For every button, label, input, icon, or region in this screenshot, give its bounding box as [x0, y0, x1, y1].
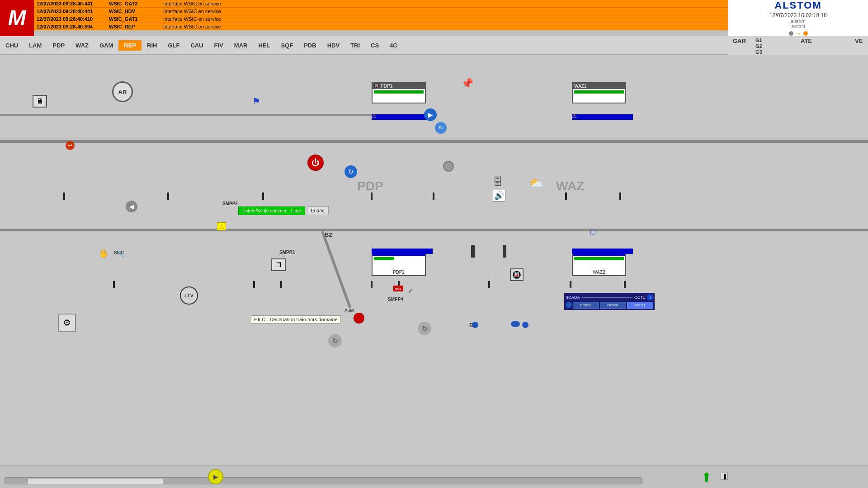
alert-msg-4: Interface WSIC en service	[163, 24, 725, 29]
station-rih[interactable]: RIH	[142, 40, 162, 51]
info-btn[interactable]: i	[647, 294, 653, 300]
track-segment-top1	[0, 114, 371, 116]
pin-vertical-2	[503, 245, 506, 258]
checkmark-icon: ✓	[408, 286, 414, 295]
station-cs[interactable]: CS	[365, 40, 384, 51]
smpp4-label: SMPP4	[388, 297, 403, 302]
right-indicator: ◲	[590, 228, 596, 235]
train-pdp2-body	[373, 256, 425, 269]
scroll-btn-right[interactable]: ▐	[721, 473, 728, 480]
play-pdp-btn[interactable]: ▶	[424, 108, 437, 121]
alert-time-2: 12/07/2023 09:28:40:441	[37, 9, 109, 14]
computer-smpp3: 🖥	[271, 258, 286, 271]
train-pdp1-bar	[374, 90, 424, 94]
g3-label[interactable]: G3	[755, 49, 762, 55]
bottom-bar: ▶ ⬆ ▐	[0, 465, 868, 488]
station-lam[interactable]: LAM	[24, 40, 47, 51]
play-button[interactable]: ▶	[208, 469, 223, 484]
warn-pdp1: ⚠	[372, 113, 377, 119]
red-indicator: ↩	[66, 141, 75, 150]
scrollbar-thumb[interactable]	[28, 478, 163, 484]
station-cau[interactable]: CAU	[185, 40, 208, 51]
station-rep[interactable]: REP	[118, 40, 142, 51]
ar-circle[interactable]: AR	[112, 81, 133, 102]
station-4c[interactable]: 4C	[384, 40, 403, 51]
alert-row-4: 12/07/2023 09:28:40:394 WSIC_REP Interfa…	[34, 23, 728, 30]
alert-time-3: 12/07/2023 09:28:40:410	[37, 16, 109, 22]
power-button[interactable]: ⏻	[307, 155, 324, 171]
blue-dot-3	[522, 322, 528, 328]
train-icon-waz2: 🚇	[510, 268, 524, 281]
aum-circle	[354, 313, 364, 324]
station-nav-bar: CHU LAM PDP WAZ GAM REP RIH GLF CAU FIV …	[0, 36, 728, 55]
left-arrow-btn[interactable]: ◀	[126, 201, 137, 212]
dot-orange	[803, 31, 808, 36]
sound-icon: 🔊	[493, 190, 505, 202]
main-canvas: AR 🖥 ⚑ 📌 🚇 PDP1 WAZ1 ⚠ ⚠ ▶ ↻ PDP WAZ	[0, 55, 868, 465]
entry-button[interactable]: Entrée	[307, 206, 328, 215]
alert-msg-3: Interface WSIC en service	[163, 16, 725, 22]
station-pdb[interactable]: PDB	[298, 40, 321, 51]
alstom-panel: ALSTOM 12/07/2023 10:02:18:18 alstom a·s…	[728, 0, 868, 36]
scada-ocf61[interactable]: OCF61	[600, 302, 626, 309]
rotate-btn-bottom[interactable]: ↻	[328, 334, 342, 347]
ate-label[interactable]: ATE	[801, 38, 812, 44]
pdp-label: PDP	[357, 179, 383, 193]
hilc-label: HILC - Déclaration train hors domaine	[251, 315, 341, 324]
station-waz[interactable]: WAZ	[70, 40, 94, 51]
station-pdp[interactable]: PDP	[47, 40, 70, 51]
g1-label[interactable]: G1	[755, 38, 762, 43]
alert-msg-1: Interface WSIC en service	[163, 1, 725, 6]
station-sqf[interactable]: SQF	[275, 40, 298, 51]
metro-logo: M	[8, 7, 26, 29]
domain-status: Entrée/Sortie domaine : Libre	[238, 206, 305, 215]
track-mark-2	[167, 192, 169, 200]
track-upper-line	[0, 140, 868, 143]
track-mark-5	[433, 192, 434, 200]
alert-source-1: WSIC_GAT2	[109, 1, 163, 6]
g2-label[interactable]: G2	[755, 43, 762, 49]
alert-row-3: 12/07/2023 09:28:40:410 WSIC_GAT1 Interf…	[34, 15, 728, 23]
smpp2-label: SMPP2	[222, 201, 238, 206]
track-mark-l7	[570, 281, 571, 288]
station-mar[interactable]: MAR	[229, 40, 253, 51]
station-hel[interactable]: HEL	[253, 40, 275, 51]
train-box-waz1: WAZ1	[572, 82, 626, 103]
blue-rotate-btn[interactable]: ↻	[344, 165, 357, 178]
smpp3-label: SMPP3	[279, 250, 295, 255]
station-gam[interactable]: GAM	[94, 40, 118, 51]
station-tri[interactable]: TRI	[345, 40, 365, 51]
ltv-circle[interactable]: LTV	[180, 286, 198, 305]
station-fiv[interactable]: FIV	[209, 40, 229, 51]
train-pdp2-bar	[374, 257, 394, 260]
station-hdv[interactable]: HDV	[322, 40, 345, 51]
db-icon: 🗄	[493, 176, 503, 188]
tools-icon: 🔧	[117, 250, 124, 258]
blue-track-waz2	[572, 249, 633, 254]
hand-icon: 🖐	[99, 249, 108, 258]
aum-label: AuM	[344, 308, 354, 313]
gear-box[interactable]: ⚙	[58, 314, 76, 332]
station-glf[interactable]: GLF	[162, 40, 185, 51]
ve-label[interactable]: VE	[855, 38, 863, 44]
blue-track-pdp1	[372, 114, 433, 120]
alstom-user-sub: a·stom	[791, 24, 805, 29]
alert-bar: 12/07/2023 09:28:40:441 WSIC_GAT2 Interf…	[34, 0, 728, 30]
scrollbar-track[interactable]	[5, 477, 642, 484]
refresh-pdp-btn[interactable]: ↻	[435, 122, 447, 134]
green-arrow-icon[interactable]: ⬆	[698, 468, 714, 486]
gar-label[interactable]: GAR	[733, 38, 746, 44]
pin-icon: 📌	[461, 78, 473, 89]
dot-grey	[789, 31, 793, 36]
scada-buttons: OCFG1 OCF61 OCG1	[566, 302, 653, 309]
alert-time-4: 12/07/2023 09:28:40:394	[37, 24, 109, 29]
station-chu[interactable]: CHU	[0, 40, 24, 51]
rotate-btn-lower[interactable]: ↻	[418, 322, 431, 335]
scada-ocfg1[interactable]: OCFG1	[573, 302, 599, 309]
scada-ocg1[interactable]: OCG1	[627, 302, 653, 309]
g-panel: GAR G1 G2 G3 ATE VE	[728, 36, 868, 55]
track-mark-l1	[113, 281, 115, 288]
track-lower-line	[0, 229, 868, 231]
train-box-pdp1: 🚇 PDP1	[372, 82, 426, 103]
track-mark-l2	[253, 281, 255, 288]
